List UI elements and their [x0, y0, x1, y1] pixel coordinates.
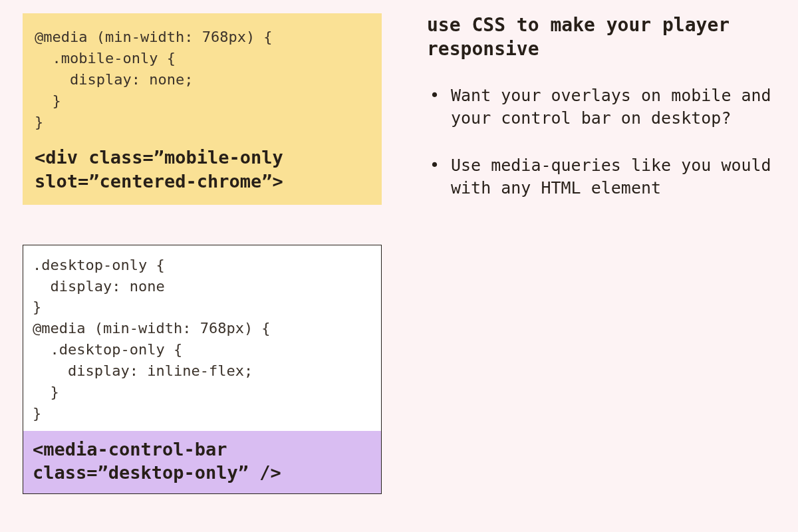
mobile-only-example: @media (min-width: 768px) { .mobile-only…	[23, 13, 382, 205]
code-examples-column: @media (min-width: 768px) { .mobile-only…	[23, 13, 382, 519]
bullet-item: Use media-queries like you would with an…	[427, 154, 778, 200]
bullet-item: Want your overlays on mobile and your co…	[427, 84, 778, 130]
desktop-only-markup: <media-control-bar class=”desktop-only” …	[33, 438, 372, 484]
desktop-only-markup-wrap: <media-control-bar class=”desktop-only” …	[23, 431, 381, 493]
slide-title: use CSS to make your player responsive	[427, 13, 778, 62]
mobile-only-markup: <div class=”mobile-only slot=”centered-c…	[35, 146, 370, 192]
desktop-only-example: .desktop-only { display: none } @media (…	[23, 245, 382, 494]
desktop-only-css: .desktop-only { display: none } @media (…	[23, 245, 381, 431]
mobile-only-css: @media (min-width: 768px) { .mobile-only…	[35, 27, 370, 132]
explanation-column: use CSS to make your player responsive W…	[382, 13, 778, 519]
bullet-list: Want your overlays on mobile and your co…	[427, 84, 778, 200]
